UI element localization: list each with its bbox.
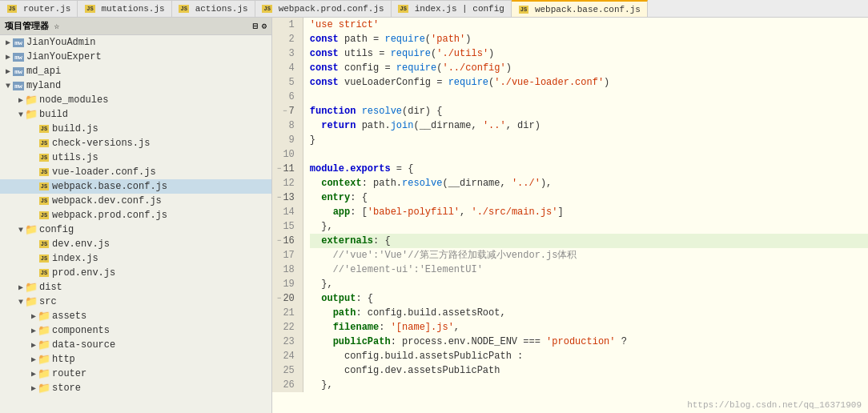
line-num-20: −20 (277, 291, 298, 306)
tree-label-src: src (39, 296, 57, 307)
tree-icon-check_versions: JS (38, 138, 50, 149)
tab-index[interactable]: JSindex.js | config (392, 0, 512, 17)
tree-item-check_versions[interactable]: JScheck-versions.js (0, 136, 271, 150)
tree-item-config[interactable]: ▼📁config (0, 223, 271, 237)
tree-item-router[interactable]: ▶📁router (0, 367, 271, 381)
tree-item-assets[interactable]: ▶📁assets (0, 309, 271, 323)
tree-icon-http: 📁 (38, 354, 50, 365)
tree-item-vue_loader[interactable]: JSvue-loader.conf.js (0, 165, 271, 179)
line-num-15: 15 (277, 219, 298, 234)
line-num-12: 12 (277, 176, 298, 190)
tree-item-dist[interactable]: ▶📁dist (0, 280, 271, 295)
tree-label-build_js: build.js (52, 123, 98, 134)
code-area: 123456−78910−1112−131415−16171819−202122… (272, 18, 868, 413)
tree-label-index_js: index.js (52, 253, 98, 264)
tab-label-actions: actions.js (195, 4, 248, 14)
tree-item-build[interactable]: ▼📁build (0, 107, 271, 122)
sidebar-header: 项目管理器 ☆ ⊟ ⚙ (0, 18, 271, 35)
tree-item-md_api[interactable]: ▶mwmd_api (0, 64, 271, 78)
tree-item-components[interactable]: ▶📁components (0, 323, 271, 338)
tree-label-dev_env: dev.env.js (52, 239, 110, 250)
code-line-16: externals: { (310, 234, 868, 248)
fold-arrow-20[interactable]: − (277, 291, 281, 306)
code-line-20: output: { (310, 291, 868, 306)
sidebar-title: 项目管理器 ☆ (5, 20, 59, 32)
line-num-14: 14 (277, 205, 298, 219)
tab-label-index: index.js | config (415, 4, 504, 14)
tree-icon-jianyouexpert: mw (13, 51, 24, 62)
tree-label-components: components (52, 325, 110, 336)
tree-label-http: http (52, 354, 75, 365)
fold-arrow-11[interactable]: − (277, 162, 281, 176)
code-line-4: const config = require('../config') (310, 61, 868, 75)
line-num-17: 17 (277, 248, 298, 263)
line-num-5: 5 (277, 75, 298, 90)
fold-arrow-7[interactable]: − (283, 104, 287, 118)
tree-item-myland[interactable]: ▼mwmyland (0, 78, 271, 93)
tree-label-data_source: data-source (52, 339, 115, 351)
tree-icon-utils_js: JS (38, 152, 50, 163)
tab-icon-index: JS (398, 3, 409, 14)
tree-label-webpack_prod: webpack.prod.conf.js (52, 210, 167, 221)
tree-item-utils_js[interactable]: JSutils.js (0, 150, 271, 165)
tree-item-node_modules[interactable]: ▶📁node_modules (0, 93, 271, 107)
tree-item-jianyouadmin[interactable]: ▶mwJianYouAdmin (0, 35, 271, 50)
tree-label-config: config (39, 224, 74, 235)
line-num-11: −11 (277, 162, 298, 176)
tree-icon-myland: mw (13, 80, 24, 91)
line-num-8: 8 (277, 118, 298, 133)
code-content: 123456−78910−1112−131415−16171819−202122… (272, 18, 868, 392)
code-line-6 (310, 90, 868, 104)
fold-arrow-13[interactable]: − (277, 190, 281, 205)
tree-icon-node_modules: 📁 (26, 94, 37, 106)
tree-icon-dev_env: JS (38, 239, 50, 250)
tree-label-md_api: md_api (26, 66, 61, 77)
tree-item-index_js[interactable]: JSindex.js (0, 251, 271, 266)
tree-icon-vue_loader: JS (38, 166, 50, 178)
line-num-6: 6 (277, 90, 298, 104)
tab-icon-webpack-base: JS (518, 4, 529, 15)
tab-icon-webpack-prod: JS (262, 3, 273, 14)
tree-item-data_source[interactable]: ▶📁data-source (0, 338, 271, 352)
tree-item-build_js[interactable]: JSbuild.js (0, 122, 271, 136)
code-line-26: }, (310, 378, 868, 392)
code-line-9: } (310, 133, 868, 147)
tab-webpack-prod[interactable]: JSwebpack.prod.conf.js (255, 0, 392, 17)
code-line-1: 'use strict' (310, 18, 868, 32)
tree-item-dev_env[interactable]: JSdev.env.js (0, 237, 271, 251)
tree-item-webpack_prod[interactable]: JSwebpack.prod.conf.js (0, 208, 271, 223)
tab-router[interactable]: JSrouter.js (0, 0, 78, 17)
tree-icon-prod_env: JS (38, 267, 50, 279)
tree-icon-components: 📁 (38, 325, 50, 336)
fold-arrow-16[interactable]: − (277, 234, 281, 248)
tree-item-webpack_dev[interactable]: JSwebpack.dev.conf.js (0, 194, 271, 208)
collapse-icon[interactable]: ⊟ (253, 21, 259, 31)
tree-item-jianyouexpert[interactable]: ▶mwJianYouExpert (0, 50, 271, 64)
tree-label-node_modules: node_modules (39, 94, 108, 106)
tab-mutations[interactable]: JSmutations.js (78, 0, 171, 17)
line-num-7: −7 (277, 104, 298, 118)
tree-label-assets: assets (52, 311, 86, 322)
code-line-22: filename: '[name].js', (310, 320, 868, 335)
tree-item-store[interactable]: ▶📁store (0, 381, 271, 395)
code-line-13: entry: { (310, 190, 868, 205)
line-num-24: 24 (277, 349, 298, 363)
line-num-9: 9 (277, 133, 298, 147)
tree-icon-dist: 📁 (26, 282, 37, 293)
line-num-23: 23 (277, 335, 298, 349)
tree-item-http[interactable]: ▶📁http (0, 352, 271, 367)
tree-item-src[interactable]: ▼📁src (0, 295, 271, 309)
tab-icon-mutations: JS (84, 3, 95, 14)
tab-actions[interactable]: JSactions.js (172, 0, 255, 17)
tree-icon-md_api: mw (13, 66, 24, 77)
tab-icon-actions: JS (179, 3, 190, 14)
tab-bar: JSrouter.jsJSmutations.jsJSactions.jsJSw… (0, 0, 868, 18)
line-num-26: 26 (277, 378, 298, 392)
tab-webpack-base[interactable]: JSwebpack.base.conf.js (512, 0, 648, 17)
tree-item-prod_env[interactable]: JSprod.env.js (0, 266, 271, 280)
tree-label-store: store (52, 383, 81, 394)
tab-icon-router: JS (6, 3, 18, 14)
line-num-3: 3 (277, 46, 298, 61)
settings-icon[interactable]: ⚙ (261, 21, 267, 31)
tree-item-webpack_base[interactable]: JSwebpack.base.conf.js (0, 179, 271, 194)
